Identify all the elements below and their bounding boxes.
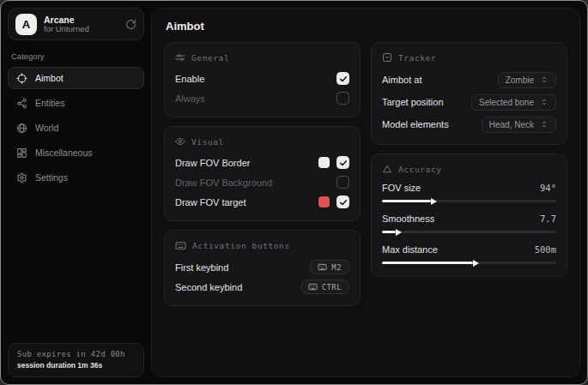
sliders-icon (175, 52, 185, 63)
sidebar-item-miscellaneous[interactable]: Miscellaneous (8, 141, 144, 164)
general-card: General Enable Always (164, 42, 361, 117)
sidebar-item-world[interactable]: World (8, 117, 144, 139)
fov-size-slider[interactable] (382, 200, 556, 202)
general-card-header: General (175, 52, 349, 63)
sidebar-item-label: Miscellaneous (35, 147, 93, 158)
check-icon (339, 159, 348, 167)
globe-icon (16, 123, 27, 134)
fov-background-checkbox[interactable] (336, 176, 349, 189)
setting-row-second-keybind: Second keybind CTRL (175, 277, 349, 297)
setting-label: Always (175, 93, 205, 104)
max-distance-slider[interactable] (382, 262, 556, 264)
sidebar-item-aimbot[interactable]: Aimbot (8, 67, 144, 89)
setting-row-smoothness: Smoothness 7.7 (382, 211, 556, 233)
keybind-value: CTRL (322, 283, 342, 292)
smoothness-value: 7.7 (540, 214, 556, 224)
second-keybind-button[interactable]: CTRL (300, 280, 349, 294)
tracker-card: Tracker Aimbot at Zombie Target position (371, 42, 567, 145)
setting-label: Second keybind (175, 282, 242, 292)
setting-row-first-keybind: First keybind M2 (175, 257, 349, 277)
main-panel: Aimbot General (151, 8, 580, 377)
aimbot-at-dropdown[interactable]: Zombie (498, 72, 556, 88)
first-keybind-button[interactable]: M2 (310, 260, 349, 274)
setting-row-fov-target: Draw FOV target (175, 192, 349, 212)
slider-fill (382, 231, 396, 233)
setting-row-always: Always (175, 88, 349, 108)
always-checkbox[interactable] (336, 92, 349, 105)
app-logo: A (15, 14, 37, 35)
fov-target-checkbox[interactable] (336, 196, 349, 208)
setting-label: Draw FOV Border (175, 158, 250, 168)
setting-label: FOV size (382, 183, 421, 193)
left-column: General Enable Always (164, 42, 361, 315)
max-distance-value: 500m (535, 244, 556, 255)
card-title: Tracker (398, 53, 436, 63)
dropdown-value: Head, Neck (489, 120, 534, 129)
panel-minus-icon (382, 52, 392, 63)
sidebar-item-label: Aimbot (35, 73, 64, 83)
setting-label: Smoothness (382, 214, 434, 224)
chevrons-up-down-icon (540, 120, 549, 129)
sidebar: A Arcane for Unturned Category Aimbo (1, 1, 151, 384)
setting-label: Enable (175, 74, 204, 84)
target-position-dropdown[interactable]: Selected bone (471, 94, 556, 111)
session-duration-text: session duration 1m 36s (17, 361, 135, 370)
setting-label: Draw FOV Background (175, 177, 272, 188)
sidebar-item-entities[interactable]: Entities (8, 92, 144, 114)
accuracy-card-header: Accuracy (382, 164, 556, 174)
keyboard-icon (175, 240, 186, 251)
triangle-icon (382, 164, 392, 174)
setting-row-fov-size: FOV size 94° (382, 180, 556, 202)
setting-label: Draw FOV target (175, 197, 246, 208)
slider-fill (382, 262, 473, 264)
setting-row-model-elements: Model elements Head, Neck (382, 113, 556, 135)
smoothness-slider[interactable] (382, 231, 556, 233)
brand-card: A Arcane for Unturned (8, 8, 144, 40)
brand-subtitle: for Unturned (44, 25, 118, 34)
model-elements-dropdown[interactable]: Head, Neck (482, 117, 556, 133)
setting-row-max-distance: Max distance 500m (382, 242, 556, 264)
setting-row-aimbot-at: Aimbot at Zombie (382, 69, 556, 91)
layout-grid-icon (16, 147, 27, 159)
share-nodes-icon (16, 98, 27, 109)
fov-border-checkbox[interactable] (336, 156, 349, 169)
setting-row-target-position: Target position Selected bone (382, 91, 556, 113)
refresh-icon[interactable] (125, 19, 136, 30)
setting-row-fov-border: Draw FOV Border (175, 153, 349, 172)
crosshair-icon (16, 73, 27, 84)
card-title: Accuracy (398, 165, 442, 174)
setting-label: Model elements (382, 119, 449, 129)
sub-expires-text: Sub expires in 42d 00h (17, 350, 135, 358)
keyboard-icon (308, 282, 318, 292)
setting-label: First keybind (175, 262, 228, 273)
keyboard-icon (318, 262, 327, 272)
setting-row-enable: Enable (175, 69, 349, 88)
sidebar-item-settings[interactable]: Settings (8, 166, 144, 189)
check-icon (339, 198, 348, 207)
sidebar-item-label: Entities (35, 98, 64, 108)
app-window: A Arcane for Unturned Category Aimbo (0, 0, 588, 385)
enable-checkbox[interactable] (336, 72, 349, 85)
app-logo-letter: A (22, 18, 30, 31)
dropdown-value: Zombie (506, 75, 534, 85)
card-title: General (191, 53, 229, 63)
setting-label: Target position (382, 97, 444, 107)
card-title: Visual (191, 137, 224, 147)
slider-fill (382, 200, 431, 202)
sidebar-item-label: Settings (35, 172, 68, 183)
sidebar-item-label: World (35, 123, 58, 133)
keybind-value: M2 (331, 263, 342, 272)
chevrons-up-down-icon (540, 75, 549, 84)
right-column: Tracker Aimbot at Zombie Target position (371, 42, 567, 286)
gear-icon (16, 172, 27, 183)
chevrons-up-down-icon (540, 98, 549, 106)
tracker-card-header: Tracker (382, 52, 556, 63)
setting-label: Max distance (382, 244, 438, 255)
fov-border-color-swatch[interactable] (318, 157, 330, 168)
brand-title: Arcane (44, 15, 118, 25)
setting-row-fov-background: Draw FOV Background (175, 172, 349, 192)
accuracy-card: Accuracy FOV size 94° Smoothness (371, 153, 567, 277)
dropdown-value: Selected bone (479, 98, 534, 107)
fov-target-color-swatch[interactable] (318, 196, 330, 208)
visual-card-header: Visual (175, 136, 349, 147)
